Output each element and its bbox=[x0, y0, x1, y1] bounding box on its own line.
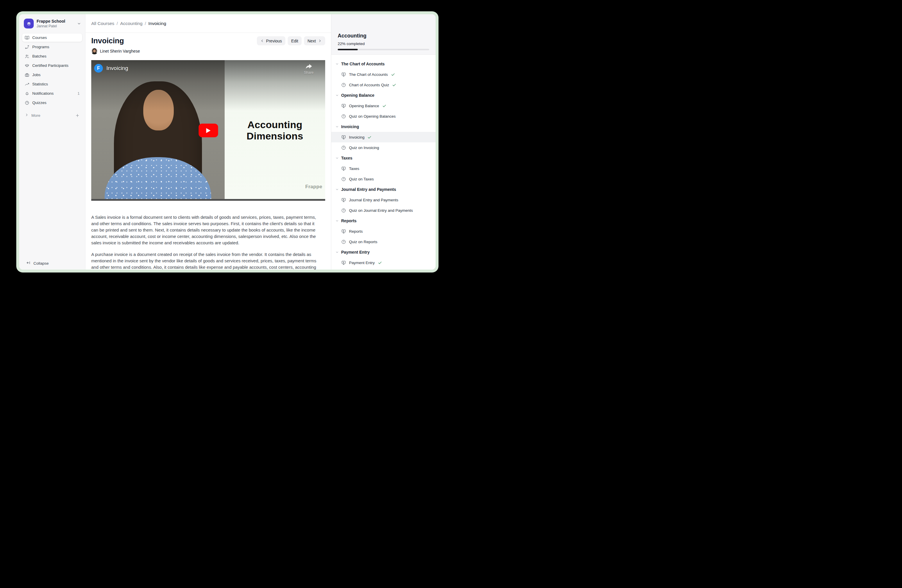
sidebar-item-programs[interactable]: Programs bbox=[22, 43, 82, 51]
outline-item-label: Invoicing bbox=[349, 135, 365, 139]
outline-quiz-chart-of-accounts-quiz[interactable]: Chart of Accounts Quiz bbox=[331, 80, 435, 90]
breadcrumb-separator: / bbox=[145, 21, 146, 26]
quiz-icon bbox=[341, 145, 346, 150]
breadcrumb: All Courses /Accounting /Invoicing bbox=[85, 14, 331, 33]
outline-quiz-quiz-on-journal-entry-and-payments[interactable]: Quiz on Journal Entry and Payments bbox=[331, 205, 435, 216]
video-progress-bar[interactable] bbox=[91, 199, 325, 201]
sidebar-nav: Courses Programs Batches Certified Parti… bbox=[19, 33, 85, 107]
outline-section-the-chart-of-accounts[interactable]: The Chart of Accounts bbox=[331, 59, 435, 69]
chevron-down-icon bbox=[335, 188, 339, 191]
chevron-down-icon bbox=[335, 250, 339, 254]
outline-lesson-reports[interactable]: Reports bbox=[331, 226, 435, 236]
sidebar-item-courses[interactable]: Courses bbox=[22, 33, 82, 42]
sidebar-item-statistics[interactable]: Statistics bbox=[22, 80, 82, 88]
chevron-down-icon bbox=[335, 125, 339, 128]
frappe-school-app: Frappe School Jannat Patel Courses Progr… bbox=[19, 14, 435, 270]
sidebar-item-batches[interactable]: Batches bbox=[22, 52, 82, 60]
section-title: Invoicing bbox=[341, 124, 359, 129]
share-icon bbox=[305, 64, 312, 70]
chevron-down-icon bbox=[335, 62, 339, 66]
notification-count-badge: 1 bbox=[78, 91, 80, 95]
chevron-down-icon bbox=[77, 22, 81, 25]
outline-item-label: Quiz on Invoicing bbox=[349, 145, 379, 150]
breadcrumb-separator: / bbox=[116, 21, 118, 26]
video-player[interactable]: AccountingDimensions Frappe F Invoicing … bbox=[91, 60, 325, 201]
breadcrumb-link-all-courses[interactable]: All Courses bbox=[91, 21, 114, 26]
chevron-down-icon bbox=[335, 219, 339, 222]
quiz-icon bbox=[341, 208, 346, 213]
video-lesson-icon bbox=[341, 135, 346, 140]
workspace-switcher[interactable]: Frappe School Jannat Patel bbox=[19, 14, 85, 31]
outline-section-payment-entry[interactable]: Payment Entry bbox=[331, 247, 435, 257]
outline-lesson-invoicing[interactable]: Invoicing bbox=[331, 132, 435, 142]
video-slide-region: AccountingDimensions Frappe bbox=[225, 60, 325, 201]
book-open-icon bbox=[25, 36, 29, 40]
video-lesson-icon bbox=[341, 166, 346, 171]
chevron-right-icon bbox=[318, 39, 322, 43]
share-button[interactable]: Share bbox=[304, 64, 313, 75]
edit-button[interactable]: Edit bbox=[288, 36, 302, 45]
bell-icon bbox=[25, 91, 29, 96]
chevron-left-icon bbox=[260, 39, 264, 43]
quiz-icon bbox=[341, 83, 346, 88]
author-row: Linet Sherin Varghese bbox=[91, 48, 325, 54]
completed-check-icon bbox=[367, 135, 372, 139]
more-label: More bbox=[31, 113, 41, 118]
outline-section-taxes[interactable]: Taxes bbox=[331, 153, 435, 163]
progress-bar-fill bbox=[338, 49, 358, 50]
completed-check-icon bbox=[392, 83, 396, 87]
outline-quiz-quiz-on-reports[interactable]: Quiz on Reports bbox=[331, 236, 435, 247]
outline-section-opening-balance[interactable]: Opening Balance bbox=[331, 90, 435, 100]
breadcrumb-link-accounting[interactable]: Accounting bbox=[120, 21, 143, 26]
video-title[interactable]: Invoicing bbox=[106, 65, 128, 72]
chevron-down-icon bbox=[335, 94, 339, 97]
graduation-cap-icon bbox=[25, 63, 29, 68]
frappe-school-logo bbox=[24, 19, 34, 28]
lesson-content: Invoicing Previous Edit Next bbox=[85, 33, 331, 270]
slide-title: AccountingDimensions bbox=[247, 119, 303, 142]
video-header: F Invoicing bbox=[94, 64, 128, 73]
sidebar-item-jobs[interactable]: Jobs bbox=[22, 70, 82, 79]
course-title: Accounting bbox=[338, 33, 429, 39]
quiz-icon bbox=[341, 177, 346, 181]
outline-lesson-payment-entry[interactable]: Payment Entry bbox=[331, 257, 435, 268]
outline-item-label: The Chart of Accounts bbox=[349, 72, 388, 77]
outline-lesson-taxes[interactable]: Taxes bbox=[331, 163, 435, 174]
user-name: Jannat Patel bbox=[37, 24, 74, 28]
trending-up-icon bbox=[25, 82, 29, 87]
plus-icon[interactable] bbox=[75, 113, 80, 118]
sidebar-item-certified-participants[interactable]: Certified Participants bbox=[22, 61, 82, 70]
outline-section-journal-entry-and-payments[interactable]: Journal Entry and Payments bbox=[331, 184, 435, 195]
sidebar-item-more[interactable]: More bbox=[22, 111, 82, 119]
frappe-watermark: Frappe bbox=[305, 184, 322, 190]
outline-quiz-quiz-on-taxes[interactable]: Quiz on Taxes bbox=[331, 174, 435, 184]
share-label: Share bbox=[304, 70, 313, 75]
chevron-right-icon bbox=[25, 113, 28, 118]
outline-item-label: Reports bbox=[349, 229, 363, 234]
sidebar-item-quizzes[interactable]: Quizzes bbox=[22, 99, 82, 107]
outline-item-label: Journal Entry and Payments bbox=[349, 198, 398, 202]
collapse-sidebar-button[interactable]: Collapse bbox=[26, 261, 49, 266]
outline-section-reports[interactable]: Reports bbox=[331, 216, 435, 226]
next-button[interactable]: Next bbox=[304, 36, 325, 45]
channel-avatar[interactable]: F bbox=[94, 64, 103, 73]
section-title: Reports bbox=[341, 219, 357, 223]
completed-check-icon bbox=[378, 261, 382, 265]
outline-lesson-the-chart-of-accounts[interactable]: The Chart of Accounts bbox=[331, 69, 435, 80]
outline-quiz-quiz-on-opening-balances[interactable]: Quiz on Opening Balances bbox=[331, 111, 435, 122]
outline-section-invoicing[interactable]: Invoicing bbox=[331, 122, 435, 132]
previous-button[interactable]: Previous bbox=[257, 36, 285, 45]
play-icon bbox=[205, 127, 211, 134]
progress-label: 22% completed bbox=[338, 42, 429, 46]
sidebar-item-notifications[interactable]: Notifications1 bbox=[22, 89, 82, 98]
section-title: Taxes bbox=[341, 156, 352, 160]
lesson-body: A Sales invoice is a formal document sen… bbox=[91, 214, 325, 270]
quiz-icon bbox=[341, 114, 346, 119]
play-button[interactable] bbox=[199, 124, 218, 138]
completed-check-icon bbox=[382, 104, 387, 108]
outline-lesson-journal-entry-and-payments[interactable]: Journal Entry and Payments bbox=[331, 195, 435, 205]
app-window-frame: Frappe School Jannat Patel Courses Progr… bbox=[16, 11, 438, 272]
outline-lesson-opening-balance[interactable]: Opening Balance bbox=[331, 100, 435, 111]
breadcrumb-current: Invoicing bbox=[149, 21, 166, 26]
outline-quiz-quiz-on-invoicing[interactable]: Quiz on Invoicing bbox=[331, 142, 435, 153]
